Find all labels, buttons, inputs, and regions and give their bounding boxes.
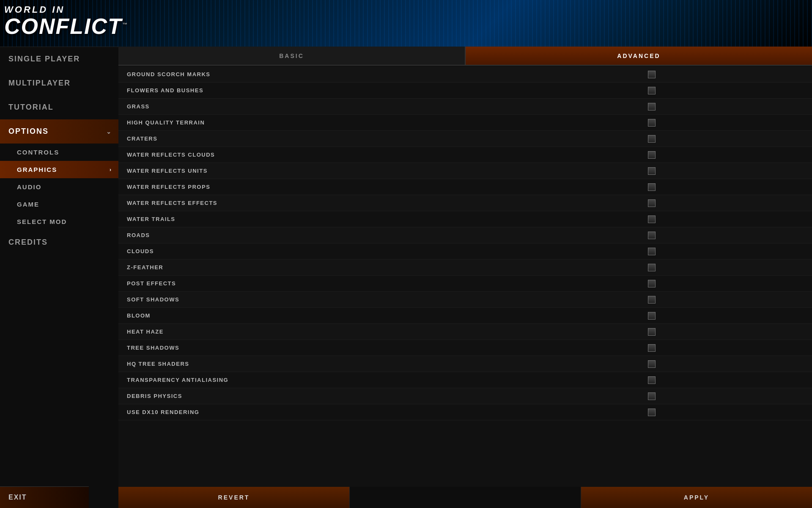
checkbox-high-quality-terrain[interactable]	[648, 119, 656, 127]
checkbox-ground-scorch-marks[interactable]	[648, 71, 656, 78]
setting-label-flowers-and-bushes: FLOWERS AND BUSHES	[127, 87, 648, 94]
setting-label-water-reflects-effects: WATER REFLECTS EFFECTS	[127, 200, 648, 206]
bottom-buttons: REVERT APPLY	[118, 487, 812, 508]
subnav-item-game[interactable]: GAME	[0, 196, 118, 213]
checkbox-hq-tree-shaders[interactable]	[648, 360, 656, 368]
subnav-item-graphics[interactable]: GRAPHICS›	[0, 161, 118, 178]
apply-button[interactable]: APPLY	[581, 487, 812, 508]
settings-area: GROUND SCORCH MARKSFLOWERS AND BUSHESGRA…	[118, 66, 812, 487]
setting-row-clouds: CLOUDS	[118, 243, 812, 260]
checkbox-water-reflects-clouds[interactable]	[648, 151, 656, 159]
nav-item-multiplayer[interactable]: MULTIPLAYER	[0, 71, 118, 95]
setting-label-transparency-antialiasing: TRANSPARENCY ANTIALIASING	[127, 377, 648, 383]
setting-row-roads: ROADS	[118, 227, 812, 243]
checkbox-soft-shadows[interactable]	[648, 296, 656, 304]
checkbox-debris-physics[interactable]	[648, 392, 656, 400]
settings-scroll[interactable]: GROUND SCORCH MARKSFLOWERS AND BUSHESGRA…	[118, 66, 812, 487]
header: WORLD IN CONFLICT™	[0, 0, 812, 47]
setting-row-hq-tree-shaders: HQ TREE SHADERS	[118, 356, 812, 372]
setting-row-heat-haze: HEAT HAZE	[118, 324, 812, 340]
checkbox-water-reflects-props[interactable]	[648, 183, 656, 191]
tab-advanced[interactable]: ADVANCED	[466, 47, 812, 65]
setting-label-water-reflects-clouds: WATER REFLECTS CLOUDS	[127, 152, 648, 158]
subnav-item-select-mod[interactable]: SELECT MOD	[0, 213, 118, 230]
setting-label-post-effects: POST EFFECTS	[127, 280, 648, 287]
setting-label-water-reflects-units: WATER REFLECTS UNITS	[127, 168, 648, 174]
checkbox-water-reflects-effects[interactable]	[648, 199, 656, 207]
checkbox-flowers-and-bushes[interactable]	[648, 87, 656, 94]
setting-label-use-dx10-rendering: USE DX10 RENDERING	[127, 409, 648, 415]
main-content: BASIC ADVANCED GROUND SCORCH MARKSFLOWER…	[118, 47, 812, 508]
checkbox-craters[interactable]	[648, 135, 656, 143]
checkbox-tree-shadows[interactable]	[648, 344, 656, 352]
setting-label-soft-shadows: SOFT SHADOWS	[127, 296, 648, 303]
setting-row-z-feather: Z-FEATHER	[118, 260, 812, 276]
setting-row-water-trails: WATER TRAILS	[118, 211, 812, 227]
setting-label-heat-haze: HEAT HAZE	[127, 329, 648, 335]
setting-row-transparency-antialiasing: TRANSPARENCY ANTIALIASING	[118, 372, 812, 388]
setting-label-high-quality-terrain: HIGH QUALITY TERRAIN	[127, 119, 648, 126]
setting-label-tree-shadows: TREE SHADOWS	[127, 345, 648, 351]
chevron-down-icon: ⌄	[106, 128, 112, 135]
setting-label-craters: CRATERS	[127, 135, 648, 142]
setting-label-grass: GRASS	[127, 103, 648, 110]
setting-row-water-reflects-units: WATER REFLECTS UNITS	[118, 163, 812, 179]
subnav-item-audio[interactable]: AUDIO	[0, 178, 118, 196]
setting-label-water-reflects-props: WATER REFLECTS PROPS	[127, 184, 648, 190]
checkbox-grass[interactable]	[648, 103, 656, 110]
setting-row-craters: CRATERS	[118, 131, 812, 147]
nav-item-single-player[interactable]: SINGLE PLAYER	[0, 47, 118, 71]
nav-item-tutorial[interactable]: TUTORIAL	[0, 95, 118, 119]
setting-label-clouds: CLOUDS	[127, 248, 648, 254]
setting-row-flowers-and-bushes: FLOWERS AND BUSHES	[118, 83, 812, 99]
checkbox-bloom[interactable]	[648, 312, 656, 320]
setting-row-ground-scorch-marks: GROUND SCORCH MARKS	[118, 66, 812, 83]
game-logo: WORLD IN CONFLICT™	[4, 4, 128, 37]
checkbox-water-reflects-units[interactable]	[648, 167, 656, 175]
setting-label-ground-scorch-marks: GROUND SCORCH MARKS	[127, 71, 648, 77]
setting-label-debris-physics: DEBRIS PHYSICS	[127, 393, 648, 399]
setting-row-grass: GRASS	[118, 99, 812, 115]
checkbox-clouds[interactable]	[648, 248, 656, 255]
checkbox-use-dx10-rendering[interactable]	[648, 409, 656, 416]
setting-row-soft-shadows: SOFT SHADOWS	[118, 292, 812, 308]
setting-row-use-dx10-rendering: USE DX10 RENDERING	[118, 404, 812, 420]
tab-basic[interactable]: BASIC	[118, 47, 465, 65]
setting-row-water-reflects-props: WATER REFLECTS PROPS	[118, 179, 812, 195]
button-spacer	[350, 487, 581, 508]
setting-row-post-effects: POST EFFECTS	[118, 276, 812, 292]
revert-button[interactable]: REVERT	[118, 487, 350, 508]
checkbox-transparency-antialiasing[interactable]	[648, 376, 656, 384]
setting-row-high-quality-terrain: HIGH QUALITY TERRAIN	[118, 115, 812, 131]
setting-label-water-trails: WATER TRAILS	[127, 216, 648, 222]
setting-label-roads: ROADS	[127, 232, 648, 238]
setting-label-hq-tree-shaders: HQ TREE SHADERS	[127, 361, 648, 367]
setting-row-debris-physics: DEBRIS PHYSICS	[118, 388, 812, 404]
sidebar: SINGLE PLAYERMULTIPLAYERTUTORIALOPTIONS⌄…	[0, 47, 118, 508]
setting-row-tree-shadows: TREE SHADOWS	[118, 340, 812, 356]
checkbox-post-effects[interactable]	[648, 280, 656, 287]
nav-item-credits[interactable]: CREDITS	[0, 230, 118, 254]
setting-label-bloom: BLOOM	[127, 312, 648, 319]
tabs-container: BASIC ADVANCED	[118, 47, 812, 66]
setting-row-bloom: BLOOM	[118, 308, 812, 324]
setting-row-water-reflects-effects: WATER REFLECTS EFFECTS	[118, 195, 812, 211]
logo-conflict: CONFLICT™	[4, 15, 128, 37]
exit-button[interactable]: EXIT	[0, 486, 89, 508]
checkbox-roads[interactable]	[648, 232, 656, 239]
subnav-item-controls[interactable]: CONTROLS	[0, 144, 118, 161]
checkbox-z-feather[interactable]	[648, 264, 656, 271]
setting-label-z-feather: Z-FEATHER	[127, 264, 648, 271]
checkbox-heat-haze[interactable]	[648, 328, 656, 336]
nav-item-options[interactable]: OPTIONS⌄	[0, 119, 118, 144]
chevron-right-icon: ›	[110, 167, 112, 173]
checkbox-water-trails[interactable]	[648, 215, 656, 223]
setting-row-water-reflects-clouds: WATER REFLECTS CLOUDS	[118, 147, 812, 163]
